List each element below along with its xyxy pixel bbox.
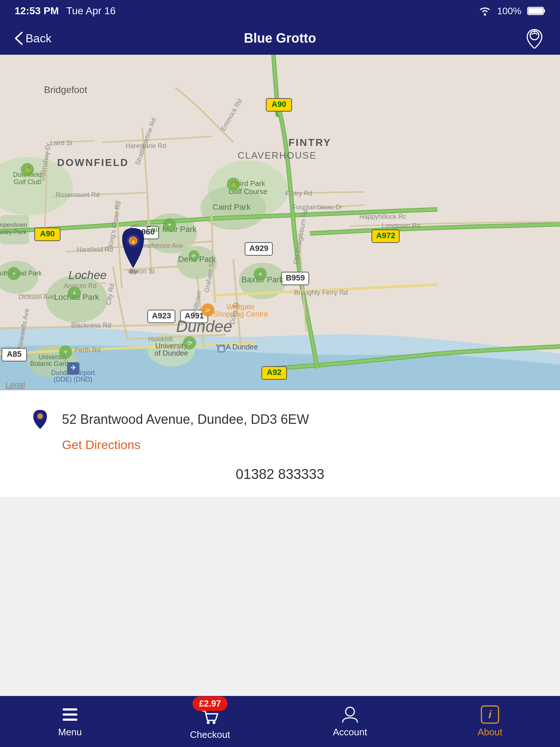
address-pin-icon	[29, 409, 51, 430]
info-panel: 52 Brantwood Avenue, Dundee, DD3 6EW Get…	[0, 390, 560, 497]
svg-text:B959: B959	[286, 273, 305, 282]
svg-text:Strathmore Ave: Strathmore Ave	[138, 242, 183, 249]
tab-about-label: About	[478, 727, 502, 738]
wifi-icon	[478, 6, 491, 16]
svg-text:Legal: Legal	[5, 380, 25, 389]
tab-menu[interactable]: Menu	[0, 705, 140, 738]
back-label: Back	[26, 32, 51, 45]
svg-point-127	[207, 721, 210, 724]
svg-text:FINTRY: FINTRY	[288, 137, 331, 148]
svg-text:✈: ✈	[70, 364, 77, 372]
svg-text:Shopping Centre: Shopping Centre	[213, 310, 268, 318]
svg-text:⛳: ⛳	[229, 180, 238, 188]
get-directions-link[interactable]: Get Directions	[62, 438, 531, 452]
back-button[interactable]: Back	[15, 32, 51, 45]
battery-percent: 100%	[497, 5, 522, 17]
svg-text:University: University	[155, 342, 187, 350]
tab-about[interactable]: i About	[420, 705, 560, 738]
svg-text:Dickson Ave: Dickson Ave	[19, 293, 55, 301]
address-text: 52 Brantwood Avenue, Dundee, DD3 6EW	[62, 412, 309, 427]
svg-text:A923: A923	[152, 311, 171, 320]
svg-text:⟳: ⟳	[187, 340, 192, 346]
menu-icon	[61, 705, 79, 724]
svg-text:Ancrum Rd: Ancrum Rd	[64, 282, 97, 290]
svg-text:Fountainbleau Dr: Fountainbleau Dr	[292, 204, 342, 211]
svg-text:⟳: ⟳	[206, 307, 210, 313]
page-title: Blue Grotto	[244, 31, 316, 46]
svg-text:Perth Rd: Perth Rd	[74, 347, 100, 354]
checkout-badge: £2.97	[192, 696, 228, 711]
tab-menu-label: Menu	[58, 727, 82, 738]
svg-rect-2	[528, 8, 543, 14]
svg-text:Lochee: Lochee	[69, 268, 107, 282]
svg-rect-124	[63, 708, 77, 711]
about-icon: i	[481, 705, 499, 724]
svg-point-129	[346, 707, 354, 716]
svg-text:(DDE) (DND): (DDE) (DND)	[54, 376, 92, 383]
svg-text:+: +	[64, 348, 68, 356]
svg-point-0	[484, 13, 486, 16]
svg-rect-3	[544, 9, 545, 12]
battery-icon	[527, 6, 545, 16]
svg-text:A90: A90	[272, 100, 286, 109]
svg-text:▦: ▦	[219, 345, 224, 351]
svg-text:⛳: ⛳	[23, 166, 32, 174]
svg-text:untry Park: untry Park	[0, 229, 27, 236]
tab-account-label: Account	[333, 727, 367, 738]
tab-checkout-label: Checkout	[190, 729, 230, 740]
svg-text:A972: A972	[376, 231, 396, 240]
svg-text:+: +	[168, 221, 172, 228]
svg-text:⟳: ⟳	[192, 253, 196, 259]
svg-text:🔥: 🔥	[130, 237, 137, 244]
account-icon	[341, 705, 359, 724]
svg-point-117	[128, 270, 139, 274]
status-bar: 12:53 PM Tue Apr 16 100%	[0, 0, 560, 22]
tab-account[interactable]: Account	[280, 705, 420, 738]
location-map-icon[interactable]	[524, 27, 545, 50]
tab-checkout[interactable]: £2.97 Checkout	[140, 703, 280, 740]
svg-point-123	[38, 414, 43, 419]
svg-text:+: +	[258, 271, 262, 278]
svg-text:Blackness Rd: Blackness Rd	[71, 322, 111, 329]
status-time: 12:53 PM	[15, 5, 59, 17]
svg-text:Happyhillock Rc: Happyhillock Rc	[359, 213, 406, 220]
map-container[interactable]: A90 A90 B960 A929 A972 B959 A923 A991 A9…	[0, 55, 560, 390]
phone-number[interactable]: 01382 833333	[29, 467, 531, 482]
svg-text:+: +	[12, 270, 16, 277]
svg-text:Fintry Rd: Fintry Rd	[285, 190, 312, 197]
address-row: 52 Brantwood Avenue, Dundee, DD3 6EW	[29, 409, 531, 430]
status-icons: 100%	[478, 5, 546, 17]
svg-text:+: +	[73, 290, 77, 297]
tab-bar: Menu £2.97 Checkout Account i About	[0, 696, 560, 747]
svg-text:Laird St: Laird St	[50, 139, 73, 147]
svg-text:of Dundee: of Dundee	[155, 349, 188, 357]
svg-text:Hawkhill: Hawkhill	[148, 336, 172, 343]
svg-text:DOWNFIELD: DOWNFIELD	[57, 157, 129, 168]
back-chevron-icon	[15, 32, 23, 45]
svg-text:Bridgefoot: Bridgefoot	[44, 84, 88, 95]
svg-point-128	[213, 721, 215, 724]
nav-bar: Back Blue Grotto	[0, 22, 560, 55]
map-svg: A90 A90 B960 A929 A972 B959 A923 A991 A9…	[0, 55, 560, 390]
svg-text:A90: A90	[40, 229, 55, 238]
svg-text:Golf Club: Golf Club	[13, 178, 41, 186]
svg-text:A85: A85	[7, 349, 22, 359]
svg-text:A92: A92	[267, 368, 281, 377]
svg-text:mperdown: mperdown	[0, 221, 27, 228]
svg-text:Broughty Ferry Rd: Broughty Ferry Rd	[294, 289, 347, 296]
status-date: Tue Apr 16	[66, 5, 116, 17]
svg-text:Longtown Rd: Longtown Rd	[382, 222, 420, 229]
svg-rect-125	[63, 713, 77, 716]
svg-rect-126	[63, 719, 77, 721]
svg-text:Caird Park: Caird Park	[213, 202, 251, 212]
svg-text:Dundee: Dundee	[176, 317, 232, 335]
svg-text:Rosemount Rd: Rosemount Rd	[56, 191, 100, 198]
svg-text:A929: A929	[249, 244, 269, 253]
svg-text:Harestane Rd: Harestane Rd	[125, 142, 166, 150]
svg-text:South Road Park: South Road Park	[0, 270, 42, 277]
svg-text:CLAVERHOUSE: CLAVERHOUSE	[238, 150, 317, 161]
